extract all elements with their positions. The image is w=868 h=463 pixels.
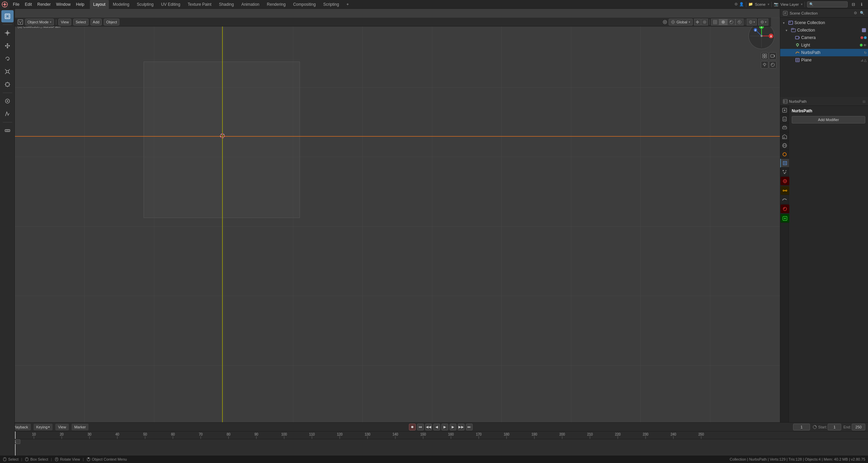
tab-modeling[interactable]: Modeling: [110, 0, 133, 9]
tab-shading[interactable]: Shading: [216, 0, 237, 9]
prop-tab-view-layer[interactable]: [780, 123, 789, 132]
move-tool-btn[interactable]: [1, 40, 14, 52]
play-btn[interactable]: ▶: [441, 424, 448, 430]
rotate-view-status[interactable]: Rotate View: [55, 457, 80, 461]
marker-menu-btn[interactable]: Marker: [72, 424, 88, 430]
tab-add[interactable]: +: [343, 0, 352, 9]
svg-rect-57: [763, 56, 764, 58]
menu-help[interactable]: Help: [73, 0, 87, 9]
current-frame-input[interactable]: [793, 424, 810, 430]
view-layer-name[interactable]: View Layer: [779, 2, 800, 6]
end-frame-input[interactable]: [852, 424, 865, 430]
xray-btn[interactable]: ▾: [758, 19, 768, 25]
svg-text:160: 160: [448, 432, 454, 436]
outliner-item-camera[interactable]: Camera: [780, 34, 868, 41]
transform-tool-btn[interactable]: [1, 78, 14, 91]
view-menu-btn[interactable]: View: [55, 424, 69, 430]
prop-tab-scene[interactable]: [780, 132, 789, 141]
prop-tab-output[interactable]: [780, 115, 789, 123]
prop-tab-constraints[interactable]: [781, 186, 789, 195]
wireframe-btn[interactable]: [711, 19, 719, 25]
tab-rendering[interactable]: Rendering: [263, 0, 289, 9]
scene-name[interactable]: Scene: [754, 2, 767, 6]
object-menu[interactable]: Object: [104, 19, 119, 25]
start-frame-input[interactable]: [828, 424, 841, 430]
prop-tab-modifier[interactable]: [780, 159, 789, 168]
outliner-item-nurbspath[interactable]: NurbsPath ↻: [780, 49, 868, 56]
select-tool-btn[interactable]: [1, 10, 14, 22]
add-modifier-btn[interactable]: Add Modifier: [792, 116, 865, 123]
prop-tab-particles[interactable]: [780, 168, 789, 176]
mode-selector[interactable]: Object Mode ▾: [25, 19, 54, 25]
prev-keyframe-btn[interactable]: ◀◀: [425, 424, 432, 430]
svg-rect-7: [6, 71, 8, 73]
select-status[interactable]: Select: [3, 457, 19, 461]
overlay-btn[interactable]: ▾: [747, 19, 757, 25]
next-frame-btn[interactable]: ▶: [450, 424, 456, 430]
prop-tab-physics[interactable]: [781, 177, 789, 186]
tab-animation[interactable]: Animation: [238, 0, 263, 9]
record-btn[interactable]: ⏺: [409, 424, 416, 430]
mouse-left-icon: [3, 457, 7, 461]
layout-toggle[interactable]: ⊟: [850, 1, 857, 8]
scale-tool-btn[interactable]: [1, 65, 14, 78]
material-preview-btn[interactable]: [727, 19, 735, 25]
svg-point-99: [783, 153, 786, 156]
camera-view-btn[interactable]: [769, 52, 776, 60]
outliner-item-plane[interactable]: Plane ⊿ △: [780, 56, 868, 64]
timeline-ruler[interactable]: 10 20 30 40 50 60 70 80 90 100 110 120 1…: [0, 431, 868, 439]
box-select-status[interactable]: Box Select: [25, 457, 48, 461]
material-btn[interactable]: [769, 61, 776, 69]
outliner-item-light[interactable]: Light 👁: [780, 41, 868, 49]
timeline-track[interactable]: 1: [0, 439, 868, 456]
context-menu-status[interactable]: Object Context Menu: [86, 457, 127, 461]
next-keyframe-btn[interactable]: ▶▶: [458, 424, 465, 430]
search-btn[interactable]: 🔍: [859, 10, 865, 16]
select-menu[interactable]: Select: [73, 19, 88, 25]
svg-text:Z: Z: [755, 29, 756, 32]
jump-end-btn[interactable]: ⏭: [466, 424, 473, 430]
tab-compositing[interactable]: Compositing: [290, 0, 319, 9]
add-menu[interactable]: Add: [91, 19, 102, 25]
prop-tab-extra1[interactable]: [781, 214, 789, 223]
outliner-item-scene-collection[interactable]: ▾ Scene Collection: [780, 19, 868, 26]
prop-tab-render[interactable]: [780, 106, 789, 115]
prop-tab-object[interactable]: [780, 150, 789, 159]
mouse-right-icon: [86, 457, 91, 461]
filter-btn[interactable]: ⚙: [852, 10, 859, 16]
grid-toggle-btn[interactable]: [761, 52, 768, 60]
info-toggle[interactable]: ℹ: [858, 1, 865, 8]
viewport-3d[interactable]: Top Orthographic (1) Collection | NurbsP…: [15, 18, 780, 422]
view-menu[interactable]: View: [58, 19, 71, 25]
tab-layout[interactable]: Layout: [90, 0, 109, 9]
prop-tab-data[interactable]: [780, 195, 789, 204]
lamp-btn[interactable]: [761, 61, 768, 69]
rendered-btn[interactable]: [735, 19, 744, 25]
tab-scripting[interactable]: Scripting: [320, 0, 342, 9]
tab-uv-editing[interactable]: UV Editing: [158, 0, 184, 9]
menu-edit[interactable]: Edit: [22, 0, 35, 9]
rotate-tool-btn[interactable]: [1, 53, 14, 65]
tab-texture-paint[interactable]: Texture Paint: [184, 0, 215, 9]
search-box[interactable]: 🔍: [807, 1, 848, 7]
snap-btn[interactable]: [694, 19, 701, 25]
menu-window[interactable]: Window: [53, 0, 73, 9]
jump-start-btn[interactable]: ⏮: [417, 424, 424, 430]
collection-icon: [791, 28, 796, 33]
prop-tab-material[interactable]: [781, 205, 789, 213]
draw-tool-btn[interactable]: [1, 108, 14, 120]
tab-sculpting[interactable]: Sculpting: [134, 0, 157, 9]
menu-render[interactable]: Render: [35, 0, 53, 9]
annotate-tool-btn[interactable]: [1, 95, 14, 107]
prev-frame-btn[interactable]: ◀: [433, 424, 440, 430]
measure-tool-btn[interactable]: [1, 124, 14, 137]
curve-icon: [795, 50, 800, 55]
cursor-tool-btn[interactable]: [1, 27, 14, 39]
transform-orientation[interactable]: Global ▾: [669, 19, 693, 25]
solid-btn[interactable]: [719, 19, 727, 25]
outliner-item-collection[interactable]: ▾ Collection: [780, 26, 868, 34]
menu-file[interactable]: File: [10, 0, 22, 9]
keying-menu-btn[interactable]: Keying ▾: [34, 424, 53, 430]
proportional-btn[interactable]: [701, 19, 708, 25]
prop-tab-world[interactable]: [780, 141, 789, 150]
